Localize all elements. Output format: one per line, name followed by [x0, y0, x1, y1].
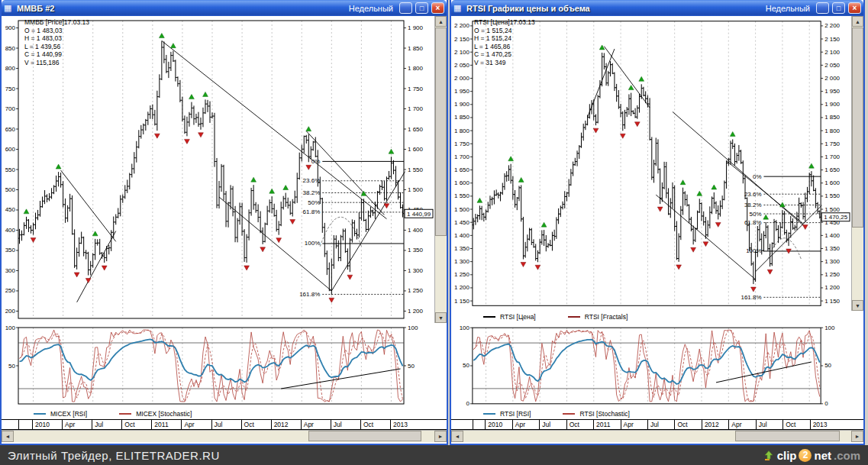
svg-text:400: 400 — [5, 227, 16, 234]
x-axis-cell: Oct — [782, 420, 809, 429]
clip2net-logo-circle: 2 — [799, 449, 812, 462]
rsi-chart-svg[interactable]: 1001005050 — [2, 323, 434, 408]
x-axis-cell: 2010 — [485, 420, 511, 429]
scroll-up-icon: ▲ — [852, 16, 863, 27]
x-axis-strip: 2010AprJulOct2011AprJulOct2012AprJulOct2… — [2, 419, 447, 430]
svg-text:1 550: 1 550 — [824, 192, 840, 199]
maximize-button[interactable]: □ — [415, 2, 428, 14]
svg-text:1 500: 1 500 — [824, 206, 840, 213]
svg-text:1 800: 1 800 — [408, 65, 424, 72]
svg-text:1 900: 1 900 — [454, 101, 469, 108]
vertical-scrollbar[interactable]: ▲ ▼ — [851, 16, 863, 311]
x-axis-cell: Oct — [121, 420, 151, 429]
svg-text:1 700: 1 700 — [454, 153, 469, 160]
svg-text:1 600: 1 600 — [824, 179, 840, 186]
x-axis-cell: Apr — [301, 420, 331, 429]
svg-text:50%: 50% — [308, 199, 320, 206]
chart-window-icon: ▦ — [453, 3, 463, 13]
x-axis-cell — [18, 420, 32, 429]
svg-text:1 750: 1 750 — [408, 86, 424, 92]
horizontal-scrollbar[interactable]: ◄ ► — [451, 430, 863, 442]
svg-text:100%: 100% — [746, 247, 761, 254]
x-axis-cell: 2011 — [593, 420, 620, 429]
svg-text:1 470,25: 1 470,25 — [824, 214, 848, 221]
svg-text:650: 650 — [5, 126, 16, 133]
svg-text:23.6%: 23.6% — [744, 191, 762, 198]
x-axis-cell: Jul — [331, 420, 360, 429]
svg-text:0%: 0% — [311, 158, 321, 165]
rsi-chart-svg[interactable]: 100100505000 — [451, 323, 851, 408]
vertical-scrollbar[interactable]: ▲ ▼ — [434, 16, 447, 323]
x-axis-cell: Jul — [647, 420, 674, 429]
svg-text:1 400: 1 400 — [824, 232, 840, 239]
svg-text:1 200: 1 200 — [454, 284, 469, 291]
svg-text:38.2%: 38.2% — [303, 189, 321, 196]
x-axis-cell — [473, 420, 485, 429]
horizontal-scrollbar[interactable]: ◄ ► — [2, 430, 447, 442]
svg-text:1 350: 1 350 — [824, 245, 840, 252]
period-selector[interactable]: Недельный — [766, 4, 810, 13]
svg-text:0%: 0% — [753, 173, 761, 180]
svg-text:1 700: 1 700 — [408, 105, 424, 112]
trading-window: ▦ ММВБ #2 Недельный _ □ × 9001 9008501 8… — [0, 0, 448, 445]
ohlc-info-box: ММВБ [Price]17.03.13O = 1 483,03 H = 1 4… — [24, 18, 89, 66]
svg-text:100: 100 — [460, 325, 470, 331]
svg-text:50: 50 — [8, 363, 15, 370]
svg-text:350: 350 — [5, 247, 16, 253]
x-axis-cell: Oct — [566, 420, 593, 429]
svg-text:0: 0 — [466, 400, 469, 407]
x-axis-cell: 2010 — [32, 420, 62, 429]
x-axis-cell: Apr — [621, 420, 647, 429]
svg-text:1 300: 1 300 — [454, 258, 469, 265]
x-axis-cell: 2012 — [702, 420, 728, 429]
svg-text:1 850: 1 850 — [408, 45, 424, 52]
x-axis-cell: Apr — [62, 420, 92, 429]
svg-text:2 150: 2 150 — [454, 36, 469, 43]
svg-text:50%: 50% — [750, 211, 762, 218]
close-button[interactable]: × — [848, 2, 861, 14]
svg-text:2 000: 2 000 — [824, 75, 840, 82]
svg-text:100: 100 — [408, 325, 418, 331]
svg-text:2 100: 2 100 — [824, 49, 840, 56]
svg-text:1 900: 1 900 — [824, 101, 840, 108]
svg-text:750: 750 — [5, 86, 16, 92]
stochastic-line-swatch — [119, 413, 131, 415]
svg-text:1 450: 1 450 — [454, 219, 469, 226]
close-button[interactable]: × — [431, 2, 444, 14]
x-axis-cell: Jul — [539, 420, 566, 429]
maximize-button[interactable]: □ — [832, 2, 845, 14]
x-axis-cell: 2013 — [810, 420, 863, 429]
x-axis-cell: 2013 — [390, 420, 447, 429]
window-title: RTSI Графики цены и объема — [466, 4, 763, 13]
price-legend: RTSI [Цена] RTSI [Fractals] — [451, 311, 863, 323]
x-axis-cell: Apr — [728, 420, 755, 429]
scroll-up-icon: ▲ — [435, 16, 447, 27]
svg-text:800: 800 — [5, 65, 16, 72]
upload-arrow-icon — [763, 449, 775, 461]
svg-text:1 800: 1 800 — [454, 128, 469, 134]
x-axis-cell: 2011 — [151, 420, 181, 429]
svg-text:550: 550 — [5, 166, 16, 173]
stochastic-line-swatch — [563, 413, 575, 415]
rsi-legend: RTSI [RSI] RTSI [Stochastic] — [451, 408, 863, 419]
x-axis-cell: Jul — [211, 420, 241, 429]
window-titlebar[interactable]: ▦ ММВБ #2 Недельный _ □ × — [2, 0, 447, 16]
scroll-down-icon: ▼ — [435, 312, 447, 323]
price-line-swatch — [483, 316, 495, 318]
svg-text:1 600: 1 600 — [454, 179, 469, 186]
period-selector[interactable]: Недельный — [349, 4, 393, 13]
svg-text:300: 300 — [5, 267, 16, 274]
svg-text:50: 50 — [408, 363, 415, 370]
svg-text:100: 100 — [824, 325, 835, 331]
fractals-line-swatch — [568, 316, 580, 318]
minimize-button[interactable]: _ — [399, 2, 412, 14]
svg-text:1 850: 1 850 — [454, 114, 469, 121]
window-titlebar[interactable]: ▦ RTSI Графики цены и объема Недельный _… — [451, 0, 863, 16]
rsi-line-swatch — [34, 413, 46, 415]
svg-text:1 700: 1 700 — [824, 153, 840, 160]
svg-text:2 200: 2 200 — [454, 22, 469, 29]
svg-text:1 200: 1 200 — [408, 308, 424, 315]
minimize-button[interactable]: _ — [816, 2, 829, 14]
scroll-right-icon: ► — [434, 431, 447, 442]
svg-text:700: 700 — [5, 105, 16, 112]
